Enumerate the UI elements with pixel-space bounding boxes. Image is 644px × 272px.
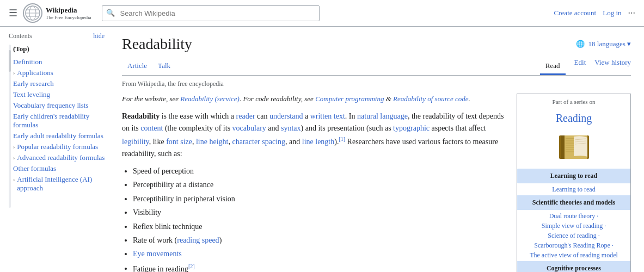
logo-text: Wikipedia The Free Encyclopedia: [46, 6, 91, 20]
link-readability-service[interactable]: Readability (service): [180, 95, 240, 103]
toc-item-text-leveling[interactable]: Text leveling: [13, 89, 109, 100]
link-computer-programming[interactable]: Computer programming: [315, 95, 384, 103]
toc-item-label: Popular readability formulas: [17, 143, 98, 151]
link-eye-movements[interactable]: Eye movements: [133, 250, 182, 258]
infobox-scarborough[interactable]: Scarborough's Reading Rope ·: [534, 242, 613, 249]
more-options-icon[interactable]: ···: [628, 8, 636, 19]
link-written-text[interactable]: written text: [310, 112, 345, 120]
infobox-learning-link[interactable]: Learning to read: [552, 186, 595, 193]
toc-item-label: Other formulas: [13, 164, 56, 173]
reading-infobox: Part of a series on Reading: [517, 94, 631, 272]
nav-left: ☰ Wikipedia The Free Encyclopedia: [9, 3, 91, 23]
expand-icon: ›: [13, 70, 15, 76]
globe-svg: [24, 5, 41, 21]
toc-item-label: Vocabulary frequency lists: [13, 101, 88, 110]
tab-left-group: Article Talk: [122, 58, 176, 75]
toc-label: Contents: [9, 32, 32, 40]
expand-icon: ›: [13, 144, 15, 150]
link-legibility[interactable]: legibility: [122, 137, 149, 145]
infobox-dual-route[interactable]: Dual route theory ·: [549, 212, 599, 220]
infobox-section-learning[interactable]: Learning to read: [517, 169, 630, 183]
link-line-height[interactable]: line height: [196, 137, 229, 145]
toc-item-early-childrens[interactable]: Early children's readability formulas: [13, 111, 109, 131]
logo-globe-icon: [23, 3, 42, 23]
infobox-simple-view[interactable]: Simple view of reading ·: [542, 222, 606, 230]
footnote-1[interactable]: [1]: [339, 136, 345, 142]
toc-item-ai-approach[interactable]: › Artificial Intelligence (AI) approach: [13, 174, 109, 194]
toc-item-label: Advanced readability formulas: [17, 153, 105, 162]
scroll-bar: [9, 45, 11, 208]
lang-chevron-icon: ▾: [627, 40, 631, 48]
tab-article[interactable]: Article: [122, 58, 152, 75]
article-tabs: Article Talk Read Edit View history: [122, 58, 631, 76]
toc-item-label: Applications: [17, 69, 53, 77]
link-font-size[interactable]: font size: [166, 137, 192, 145]
toc-item-other-formulas[interactable]: Other formulas: [13, 163, 109, 174]
search-icon: 🔍: [106, 9, 115, 17]
infobox-header: Part of a series on: [517, 94, 630, 108]
tab-view-history[interactable]: View history: [594, 58, 631, 75]
table-of-contents: Contents hide (Top) Definition › Applica…: [0, 27, 109, 272]
link-reading-speed[interactable]: reading speed: [177, 236, 219, 244]
toc-item-label: Early children's readability formulas: [13, 112, 109, 129]
link-line-length[interactable]: line length: [302, 137, 335, 145]
infobox-learning-sub: Learning to read: [517, 183, 630, 195]
scroll-track: [9, 45, 11, 208]
link-content[interactable]: content: [140, 124, 163, 132]
toc-scroll-area: (Top) Definition › Applications Early re…: [9, 45, 109, 208]
toc-item-advanced-readability[interactable]: › Advanced readability formulas: [13, 152, 109, 163]
toc-item-definition[interactable]: Definition: [13, 57, 109, 67]
infobox-section-scientific[interactable]: Scientific theories and models: [517, 195, 630, 210]
toc-items-container: (Top) Definition › Applications Early re…: [13, 45, 109, 208]
language-link[interactable]: 🌐 18 languages ▾: [576, 40, 631, 48]
tab-talk[interactable]: Talk: [152, 58, 176, 75]
page-layout: Contents hide (Top) Definition › Applica…: [0, 27, 644, 272]
from-wiki-text: From Wikipedia, the free encyclopedia: [122, 80, 631, 88]
infobox-title[interactable]: Reading: [517, 108, 630, 129]
toc-item-applications[interactable]: › Applications: [13, 67, 109, 78]
main-content: Readability 🌐 18 languages ▾ Article Tal…: [109, 27, 644, 272]
toc-item-early-adult[interactable]: Early adult readability formulas: [13, 131, 109, 141]
svg-rect-7: [561, 135, 565, 159]
tab-read[interactable]: Read: [540, 58, 566, 75]
infobox-active-view[interactable]: The active view of reading model: [530, 251, 618, 259]
hamburger-menu-icon[interactable]: ☰: [9, 7, 17, 19]
toc-item-popular-readability[interactable]: › Popular readability formulas: [13, 141, 109, 152]
infobox-scientific-items: Dual route theory · Simple view of readi…: [517, 210, 630, 261]
toc-item-label: Text leveling: [13, 90, 50, 99]
toc-item-label: Artificial Intelligence (AI) approach: [17, 175, 109, 193]
tab-edit[interactable]: Edit: [574, 58, 586, 75]
link-natural-language[interactable]: natural language: [357, 112, 408, 120]
link-understand[interactable]: understand: [269, 112, 303, 120]
expand-icon: ›: [13, 154, 15, 160]
link-readability-source-code[interactable]: Readability of source code: [393, 95, 469, 103]
infobox-section-cognitive[interactable]: Cognitive processes: [517, 261, 630, 272]
link-character-spacing[interactable]: character spacing: [232, 137, 285, 145]
toc-header: Contents hide: [9, 32, 109, 40]
link-reader[interactable]: reader: [236, 112, 255, 120]
wikipedia-logo[interactable]: Wikipedia The Free Encyclopedia: [23, 3, 91, 23]
lang-count: 18 languages: [588, 40, 625, 48]
search-input[interactable]: [102, 5, 320, 21]
link-typographic[interactable]: typographic: [393, 124, 430, 132]
book-svg: [555, 132, 593, 162]
title-row: Readability 🌐 18 languages ▾: [122, 35, 631, 56]
toc-top-item[interactable]: (Top): [13, 45, 109, 53]
nav-right: Create account Log in ···: [554, 8, 635, 19]
expand-icon: ›: [13, 176, 15, 182]
footnote-2[interactable]: [2]: [188, 263, 195, 269]
scroll-thumb[interactable]: [9, 50, 11, 72]
infobox-book-image: [517, 129, 630, 169]
toc-item-label: Early research: [13, 79, 54, 88]
link-syntax[interactable]: syntax: [281, 124, 301, 132]
toc-item-label: Definition: [13, 58, 42, 66]
toc-item-label: Early adult readability formulas: [13, 132, 103, 140]
toc-item-vocab-frequency[interactable]: Vocabulary frequency lists: [13, 100, 109, 111]
create-account-link[interactable]: Create account: [554, 9, 597, 17]
log-in-link[interactable]: Log in: [603, 9, 621, 17]
toc-item-early-research[interactable]: Early research: [13, 78, 109, 89]
top-navigation: ☰ Wikipedia The Free Encyclopedia 🔍: [0, 0, 644, 27]
link-vocabulary[interactable]: vocabulary: [232, 124, 266, 132]
infobox-science-reading[interactable]: Science of reading ·: [548, 232, 599, 239]
toc-hide-button[interactable]: hide: [93, 32, 105, 40]
